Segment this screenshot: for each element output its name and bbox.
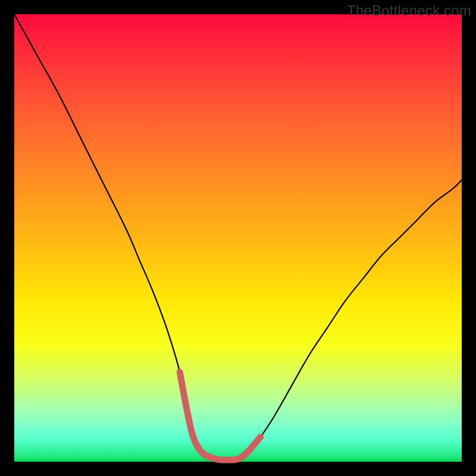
chart-frame: TheBottleneck.com bbox=[0, 0, 476, 476]
curve-layer bbox=[14, 14, 462, 462]
black-curve bbox=[14, 14, 462, 460]
watermark-text: TheBottleneck.com bbox=[347, 2, 471, 19]
highlight-segment bbox=[180, 372, 260, 460]
